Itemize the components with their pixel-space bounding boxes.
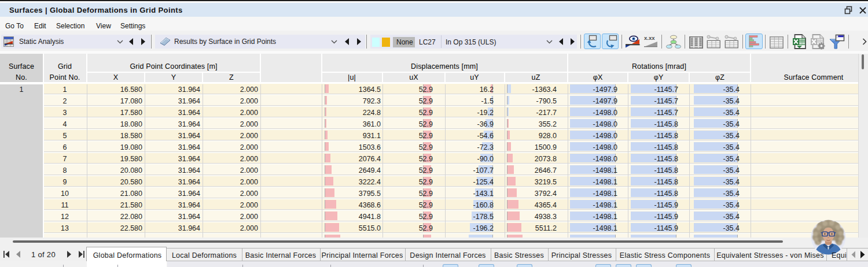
svg-text:x.xx: x.xx <box>644 35 655 41</box>
